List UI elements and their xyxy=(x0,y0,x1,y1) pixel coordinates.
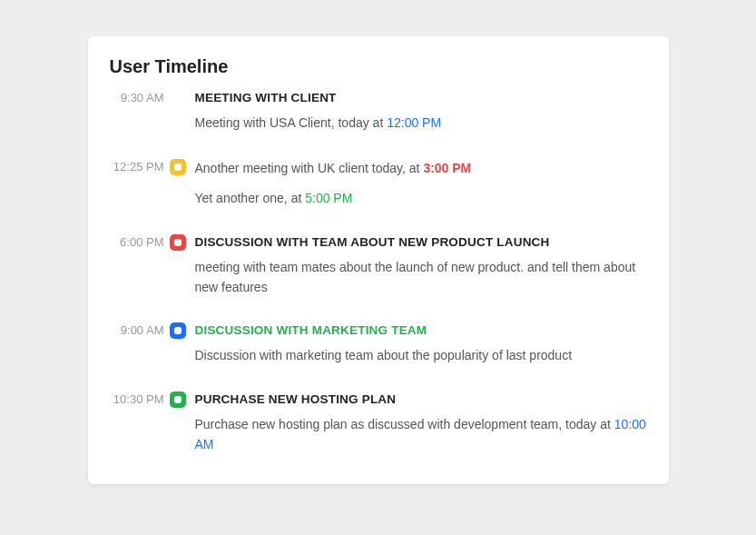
item-marker-col xyxy=(164,391,191,408)
item-body-line: Another meeting with UK client today, at… xyxy=(195,159,647,179)
timeline-card: User Timeline 9:30 AMMEETING WITH CLIENT… xyxy=(88,36,669,484)
marker-inner xyxy=(174,327,182,334)
item-time: 10:30 PM xyxy=(110,391,164,408)
marker-inner xyxy=(174,239,182,246)
item-body-text: meeting with team mates about the launch… xyxy=(195,260,636,294)
item-body-text: Purchase new hosting plan as discussed w… xyxy=(195,417,614,431)
item-marker-col xyxy=(164,322,191,339)
timeline-marker-icon xyxy=(170,322,186,339)
item-time: 9:30 AM xyxy=(110,90,164,106)
timeline-item: 12:25 PMAnother meeting with UK client t… xyxy=(110,159,647,234)
timeline-marker-icon xyxy=(170,159,186,175)
item-time: 6:00 PM xyxy=(110,234,164,251)
item-content: DISCUSSION WITH TEAM ABOUT NEW PRODUCT L… xyxy=(191,234,647,297)
item-body-line: Discussion with marketing team about the… xyxy=(195,346,647,366)
card-title: User Timeline xyxy=(110,56,647,77)
item-marker-col xyxy=(164,234,191,251)
item-body-accent: 3:00 PM xyxy=(423,161,471,175)
item-content: MEETING WITH CLIENTMeeting with USA Clie… xyxy=(191,90,647,134)
marker-inner xyxy=(174,396,182,403)
item-body-accent: 12:00 PM xyxy=(387,115,441,130)
item-body: Purchase new hosting plan as discussed w… xyxy=(195,415,647,454)
item-title: DISCUSSION WITH TEAM ABOUT NEW PRODUCT L… xyxy=(195,234,647,251)
item-body-text: Yet another one, at xyxy=(195,191,306,205)
item-body: Another meeting with UK client today, at… xyxy=(195,159,647,209)
timeline-item: 6:00 PMDISCUSSION WITH TEAM ABOUT NEW PR… xyxy=(110,234,647,322)
item-body-line: Yet another one, at 5:00 PM xyxy=(195,189,647,209)
item-title: MEETING WITH CLIENT xyxy=(195,90,647,106)
item-title: DISCUSSION WITH MARKETING TEAM xyxy=(195,322,647,339)
item-body-text: Meeting with USA Client, today at xyxy=(195,115,388,130)
item-body-accent: 5:00 PM xyxy=(305,191,352,205)
item-time: 9:00 AM xyxy=(110,322,164,339)
timeline-marker-icon xyxy=(170,391,186,408)
item-body-line: meeting with team mates about the launch… xyxy=(195,258,647,297)
item-body: Meeting with USA Client, today at 12:00 … xyxy=(195,114,647,134)
marker-inner xyxy=(174,163,182,171)
timeline-item: 10:30 PMPURCHASE NEW HOSTING PLANPurchas… xyxy=(110,391,647,461)
timeline-item: 9:00 AMDISCUSSION WITH MARKETING TEAMDis… xyxy=(110,322,647,391)
item-content: DISCUSSION WITH MARKETING TEAMDiscussion… xyxy=(191,322,647,366)
item-body: Discussion with marketing team about the… xyxy=(195,346,647,366)
item-body-line: Purchase new hosting plan as discussed w… xyxy=(195,415,647,454)
item-title: PURCHASE NEW HOSTING PLAN xyxy=(195,391,647,408)
item-content: Another meeting with UK client today, at… xyxy=(191,159,647,209)
timeline-item: 9:30 AMMEETING WITH CLIENTMeeting with U… xyxy=(110,90,647,159)
item-marker-col xyxy=(164,159,191,175)
item-content: PURCHASE NEW HOSTING PLANPurchase new ho… xyxy=(191,391,647,454)
timeline-list: 9:30 AMMEETING WITH CLIENTMeeting with U… xyxy=(110,90,647,462)
item-body-text: Discussion with marketing team about the… xyxy=(195,348,573,362)
item-body-line: Meeting with USA Client, today at 12:00 … xyxy=(195,114,647,134)
item-body-text: Another meeting with UK client today, at xyxy=(195,161,424,175)
item-body: meeting with team mates about the launch… xyxy=(195,258,647,297)
item-time: 12:25 PM xyxy=(110,159,164,175)
timeline-marker-icon xyxy=(170,234,186,251)
